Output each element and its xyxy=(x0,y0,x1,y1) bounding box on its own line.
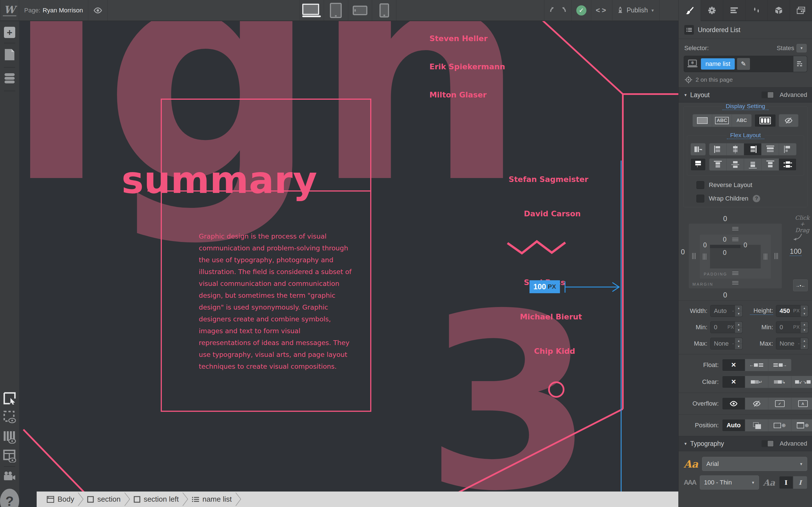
padding-bottom-handle[interactable] xyxy=(732,272,739,276)
italic-style-button[interactable]: I xyxy=(793,476,807,489)
margin-ring[interactable]: MARGIN PADDING 0 0 0 0 xyxy=(689,224,782,288)
position-absolute-button[interactable]: ⊕ xyxy=(768,419,792,432)
breakpoint-phone-landscape[interactable] xyxy=(348,0,372,20)
breadcrumb-item-name-list[interactable]: name list xyxy=(189,495,235,504)
min-height-field[interactable]: 0 PX ▲▼ xyxy=(776,321,808,333)
publish-button[interactable]: Publish ▼ xyxy=(612,0,659,20)
margin-right-value[interactable]: 100 xyxy=(790,247,802,256)
redo-icon[interactable] xyxy=(560,7,567,14)
min-width-field[interactable]: 0 PX ▲▼ xyxy=(710,321,743,333)
tab-style[interactable] xyxy=(678,0,701,21)
position-relative-button[interactable] xyxy=(745,419,768,432)
display-inline-block-button[interactable]: ABC xyxy=(712,114,732,127)
wrap-children-option[interactable]: Wrap Children ? xyxy=(696,194,804,203)
display-setting-link[interactable]: Display Setting xyxy=(722,103,769,110)
align-start-button[interactable] xyxy=(709,143,726,156)
cms-collections-button[interactable] xyxy=(0,73,19,84)
class-selector-input[interactable]: ✱ name list ✎ xyxy=(684,56,807,72)
margin-left-value[interactable]: 0 xyxy=(681,248,685,256)
padding-right-handle[interactable] xyxy=(764,253,768,260)
align-center-button[interactable] xyxy=(726,143,744,156)
justify-start-button[interactable] xyxy=(709,158,726,171)
tab-images[interactable] xyxy=(790,0,812,21)
breadcrumb-item-section-left[interactable]: section left xyxy=(131,495,182,504)
advanced-toggle[interactable] xyxy=(762,440,774,447)
tab-assets[interactable] xyxy=(767,0,790,21)
tab-element-settings[interactable] xyxy=(723,0,745,21)
font-family-select[interactable]: Arial ▼ xyxy=(702,457,807,471)
margin-bottom-value[interactable]: 0 xyxy=(723,291,727,299)
breadcrumb-item-section[interactable]: section xyxy=(84,495,123,504)
clear-right-button[interactable]: ↳ xyxy=(768,376,792,388)
design-canvas[interactable]: ign 3 summary Graphic design is the proc… xyxy=(19,20,678,492)
element-edges-button[interactable] xyxy=(0,450,19,462)
edit-mode-tool[interactable] xyxy=(0,392,19,405)
display-inline-button[interactable]: ABC xyxy=(732,114,752,127)
layout-section-header[interactable]: ▼ Layout Advanced xyxy=(679,87,812,103)
flex-direction-vertical-button[interactable]: ↓ xyxy=(691,158,706,171)
flex-layout-link[interactable]: Flex Layout xyxy=(727,132,764,139)
align-end-button[interactable] xyxy=(744,143,762,156)
overflow-hidden-button[interactable] xyxy=(745,397,768,410)
height-stepper[interactable]: ▲▼ xyxy=(801,305,808,317)
min-width-stepper[interactable]: ▲▼ xyxy=(735,322,742,333)
position-auto-button[interactable]: Auto xyxy=(722,419,745,432)
height-field[interactable]: 450 PX ▲▼ xyxy=(776,305,808,317)
padding-ring[interactable]: PADDING 0 0 0 0 xyxy=(700,235,771,279)
clear-none-button[interactable]: ✕ xyxy=(722,376,745,388)
edit-class-button[interactable]: ✎ xyxy=(737,58,750,70)
flex-direction-horizontal-button[interactable]: → xyxy=(691,143,706,156)
webflow-menu-button[interactable]: W xyxy=(0,0,19,20)
breakpoint-desktop[interactable] xyxy=(299,0,324,20)
tab-interactions[interactable] xyxy=(745,0,767,21)
undo-icon[interactable] xyxy=(549,7,556,14)
collapse-values-button[interactable]: →▪← xyxy=(793,279,808,291)
wrap-children-checkbox[interactable] xyxy=(696,194,704,203)
xray-mode-button[interactable] xyxy=(0,410,19,424)
advanced-toggle[interactable] xyxy=(762,92,774,98)
min-height-stepper[interactable]: ▲▼ xyxy=(801,322,808,333)
clear-left-button[interactable]: ↵ xyxy=(745,376,768,388)
padding-right-value[interactable]: 0 xyxy=(744,241,747,249)
position-fixed-button[interactable]: ⊕ xyxy=(792,419,812,432)
preview-button[interactable] xyxy=(88,0,108,20)
states-chevron-button[interactable]: ▼ xyxy=(797,44,807,52)
margin-top-value[interactable]: 0 xyxy=(723,215,727,223)
max-width-stepper[interactable]: ▲▼ xyxy=(735,338,742,349)
clear-both-button[interactable]: ↙↘ xyxy=(792,376,812,388)
justify-end-button[interactable] xyxy=(744,158,762,171)
overflow-scroll-button[interactable]: ✓ xyxy=(768,397,792,410)
help-tooltip-icon[interactable]: ? xyxy=(753,195,760,202)
pages-button[interactable] xyxy=(0,48,19,61)
display-flex-button[interactable] xyxy=(755,114,776,127)
margin-left-handle[interactable] xyxy=(692,253,696,259)
max-height-stepper[interactable]: ▲▼ xyxy=(801,338,808,349)
video-tutorials-button[interactable] xyxy=(0,471,19,481)
reverse-layout-checkbox[interactable] xyxy=(696,181,704,189)
guides-visibility-button[interactable] xyxy=(0,431,19,444)
display-none-button[interactable] xyxy=(779,114,799,127)
padding-top-value[interactable]: 0 xyxy=(723,236,726,243)
overflow-auto-button[interactable]: A xyxy=(792,397,812,410)
page-selector[interactable]: Page: Ryan Morrison xyxy=(19,0,88,20)
selector-settings-button[interactable] xyxy=(794,56,807,72)
float-left-button[interactable]: ← xyxy=(745,359,768,371)
justify-center-button[interactable] xyxy=(726,158,744,171)
width-field[interactable]: Auto - ▲▼ xyxy=(710,305,743,317)
font-weight-select[interactable]: 100 - Thin ▼ xyxy=(700,475,759,490)
overflow-visible-button[interactable] xyxy=(722,397,745,410)
states-dropdown[interactable]: States ▼ xyxy=(777,44,807,52)
justify-space-between-button[interactable] xyxy=(762,158,779,171)
float-none-button[interactable]: ✕ xyxy=(722,359,745,371)
padding-bottom-value[interactable]: 0 xyxy=(723,249,726,257)
tab-settings[interactable] xyxy=(701,0,723,21)
export-code-button[interactable]: <> xyxy=(591,0,612,20)
breadcrumb-item-body[interactable]: Body xyxy=(44,495,77,504)
padding-left-handle[interactable] xyxy=(703,253,707,260)
align-stretch-button[interactable] xyxy=(762,143,779,156)
display-block-button[interactable] xyxy=(693,114,712,127)
padding-left-value[interactable]: 0 xyxy=(703,241,707,249)
help-button[interactable]: ? xyxy=(0,489,19,507)
width-stepper[interactable]: ▲▼ xyxy=(735,305,742,317)
float-right-button[interactable]: → xyxy=(768,359,792,371)
